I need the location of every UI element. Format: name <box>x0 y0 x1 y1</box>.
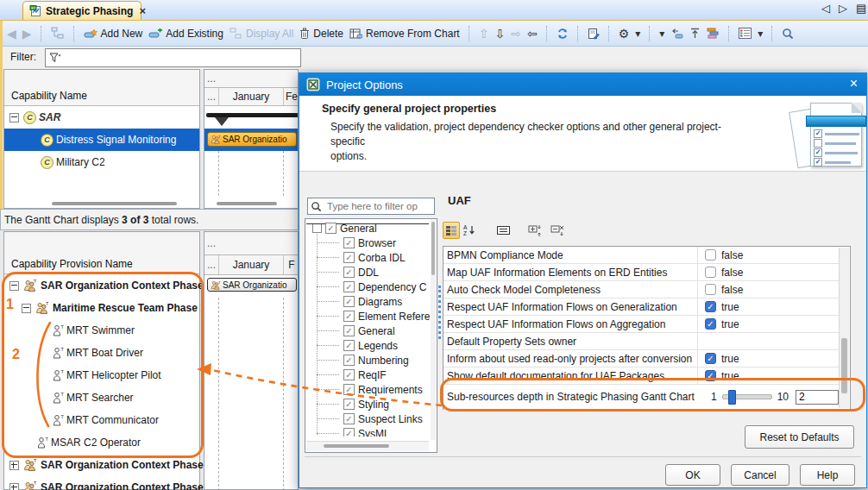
move-left-icon[interactable]: ⇦ <box>527 28 538 40</box>
show-in-tree-icon[interactable] <box>51 27 65 40</box>
delete-button[interactable]: Delete <box>299 28 343 40</box>
gantt-bar-sar-organization[interactable]: SAR Organizatio <box>207 132 297 147</box>
filter-caret-icon[interactable]: ▾ <box>659 28 664 40</box>
display-all-button[interactable]: Display All <box>230 28 293 40</box>
nav-forward-icon[interactable]: ▶ <box>22 28 32 40</box>
tree-node[interactable]: ✓Browser <box>305 236 430 250</box>
gantt-more-column[interactable]: ... <box>204 255 218 274</box>
expand-nodes-icon[interactable] <box>526 222 544 239</box>
tree-node[interactable]: ✓Diagrams <box>305 294 430 309</box>
checkbox-unchecked[interactable] <box>705 267 716 278</box>
tree-row-phase3[interactable]: SAR Organization Context Phase 3 <box>4 476 199 490</box>
refresh-icon[interactable] <box>557 28 569 40</box>
tree-row-phase2[interactable]: SAR Organization Context Phase 2 <box>4 454 199 476</box>
checkbox-checked-icon[interactable]: ✓ <box>343 369 355 380</box>
pane-splitter-handle[interactable] <box>438 286 441 339</box>
property-row[interactable]: Inform about used read-only projects aft… <box>443 350 840 368</box>
tree-row-mrt-boat-driver[interactable]: MRT Boat Driver <box>4 342 199 364</box>
tree-row-mrt-helicopter-pilot[interactable]: MRT Helicopter Pilot <box>4 364 199 386</box>
search-icon[interactable] <box>782 28 794 40</box>
tree-row-maritime-team[interactable]: Maritime Rescue Team Phase 1 <box>4 297 199 319</box>
checkbox-unchecked[interactable] <box>705 284 716 295</box>
property-row[interactable]: Respect UAF Information Flows on Aggrega… <box>443 316 840 333</box>
checkbox-checked-icon[interactable]: ✓ <box>343 281 355 292</box>
checkbox-checked-icon[interactable]: ✓ <box>343 384 355 395</box>
tree-node[interactable]: ✓SysML <box>305 426 430 437</box>
tab-close-icon[interactable]: × <box>139 4 146 17</box>
checkbox-checked[interactable]: ✓ <box>705 353 716 364</box>
legend-list-caret-icon[interactable]: ▾ <box>758 28 763 40</box>
horizontal-scrollbar-thumb[interactable] <box>324 444 389 448</box>
checkbox-checked[interactable]: ✓ <box>705 301 716 312</box>
move-to-top-icon[interactable] <box>689 28 701 39</box>
checkbox-checked[interactable]: ✓ <box>705 318 716 330</box>
legend-list-icon[interactable] <box>739 28 752 39</box>
tree-node[interactable]: ✓ReqIF <box>305 368 430 382</box>
checkbox-checked-icon[interactable]: ✓ <box>343 340 355 351</box>
tree-row-phase1[interactable]: SAR Organization Context Phase 1 <box>4 274 199 297</box>
cancel-button[interactable]: Cancel <box>731 464 789 486</box>
collapse-expander-icon[interactable] <box>22 304 31 313</box>
dialog-title-bar[interactable]: Project Options × <box>299 73 866 96</box>
horizontal-scrollbar-thumb[interactable] <box>52 202 177 205</box>
nav-back-icon[interactable]: ◀ <box>7 28 16 40</box>
horizontal-scrollbar-thumb[interactable] <box>217 202 277 205</box>
collapse-expander-icon[interactable] <box>9 281 19 291</box>
add-new-button[interactable]: Add New <box>84 28 143 40</box>
validation-report-icon[interactable] <box>588 28 600 40</box>
tree-node[interactable]: ✓Numbering <box>305 353 430 368</box>
checkbox-checked-icon[interactable]: ✓ <box>343 267 355 278</box>
horizontal-scrollbar[interactable] <box>306 441 429 451</box>
tab-list-icon[interactable]: ▤ <box>856 2 866 15</box>
add-existing-button[interactable]: Add Existing <box>148 28 223 40</box>
tree-node[interactable]: ✓DDL <box>305 265 430 280</box>
expand-expander-icon[interactable] <box>9 483 19 490</box>
tree-node[interactable]: ✓Styling <box>305 397 430 411</box>
checkbox-checked-icon[interactable]: ✓ <box>343 428 355 437</box>
move-to-left-edge-icon[interactable] <box>670 28 683 39</box>
depth-slider[interactable] <box>722 394 772 399</box>
tree-row-military-c2[interactable]: C Military C2 <box>4 151 199 173</box>
checkbox-checked-icon[interactable]: ✓ <box>343 355 355 366</box>
property-row[interactable]: Auto Check Model Completeness false <box>443 281 840 298</box>
vertical-scrollbar[interactable] <box>431 220 436 440</box>
tree-row-msar-c2-operator[interactable]: MSAR C2 Operator <box>4 431 199 454</box>
checkbox-checked[interactable]: ✓ <box>705 370 716 381</box>
gantt-more-column[interactable]: ... <box>204 88 218 105</box>
show-description-icon[interactable] <box>494 222 512 239</box>
property-row[interactable]: Show default documentation for UAF Packa… <box>443 368 840 385</box>
tree-node[interactable]: ✓Corba IDL <box>305 250 430 265</box>
tree-row-mrt-searcher[interactable]: MRT Searcher <box>4 386 199 409</box>
ok-button[interactable]: OK <box>665 464 720 486</box>
tree-node-general-root[interactable]: ✓ General <box>305 221 430 236</box>
expand-expander-icon[interactable] <box>9 461 19 470</box>
collapse-expander-icon[interactable] <box>9 113 19 122</box>
tree-node[interactable]: ✓Requirements <box>305 382 430 397</box>
tree-node[interactable]: ✓General <box>305 324 430 338</box>
tree-node[interactable]: ✓Dependency C <box>305 280 430 294</box>
checkbox-checked-icon[interactable]: ✓ <box>343 296 355 307</box>
tree-row-sar[interactable]: C SAR <box>4 106 199 129</box>
options-filter-input[interactable] <box>325 200 431 212</box>
tree-row-distress-signal-monitoring[interactable]: C Distress Signal Monitoring <box>4 129 199 151</box>
vertical-scrollbar-thumb[interactable] <box>431 222 435 275</box>
tree-node[interactable]: ✓Element Refere <box>305 309 430 324</box>
checkbox-checked-icon[interactable]: ✓ <box>343 413 355 424</box>
tab-strategic-phasing[interactable]: ST Strategic Phasing × <box>22 1 142 20</box>
layered-bars-icon[interactable] <box>707 28 720 39</box>
tab-scroll-right-icon[interactable]: ▷ <box>839 2 847 15</box>
vertical-scrollbar[interactable] <box>839 248 849 408</box>
checkbox-checked-icon[interactable]: ✓ <box>343 399 355 410</box>
options-gear-caret-icon[interactable]: ▾ <box>635 28 640 40</box>
checkbox-checked-icon[interactable]: ✓ <box>325 223 337 234</box>
gantt-bar-sar-organization[interactable]: SAR Organizatio <box>207 278 297 292</box>
depth-value-input[interactable] <box>796 390 839 405</box>
tree-node[interactable]: ✓Suspect Links <box>305 411 430 426</box>
options-gear-icon[interactable]: ⚙ <box>619 27 630 41</box>
tree-row-mrt-communicator[interactable]: MRT Communicator <box>4 409 199 431</box>
reset-to-defaults-button[interactable]: Reset to Defaults <box>745 425 854 449</box>
tree-node[interactable]: ✓Legends <box>305 338 430 353</box>
categorized-view-icon[interactable] <box>443 222 460 239</box>
move-right-icon[interactable]: ⇨ <box>511 28 521 40</box>
timeline-marker[interactable] <box>215 117 229 126</box>
